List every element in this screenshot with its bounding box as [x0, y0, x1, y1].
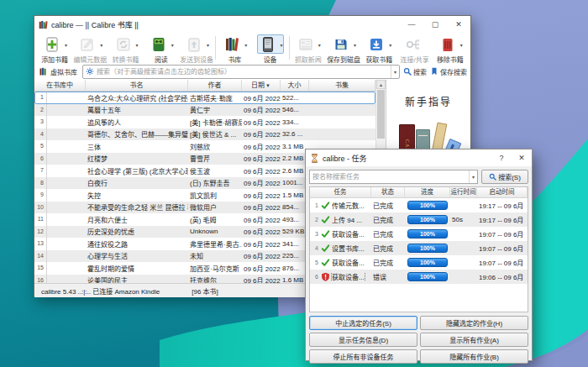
scrollbar-thumb[interactable] [377, 90, 385, 139]
remove-books-icon [439, 36, 456, 53]
header-size[interactable]: 大小 [281, 80, 309, 91]
jobs-header-runtime[interactable]: 运行时间 [450, 187, 477, 197]
toolbar-separator [215, 36, 216, 60]
jobs-search-button[interactable]: 搜索(S) [481, 170, 528, 184]
chevron-down-icon[interactable]: ▾ [318, 42, 321, 48]
job-row[interactable]: 5获取设备...已完成100%19:07 -- 09 6月 [310, 255, 528, 270]
save-search-label: 保存搜索 [440, 67, 467, 76]
chevron-down-icon[interactable]: ▾ [281, 42, 283, 48]
toolbar-label: 保存到磁盘 [327, 55, 360, 64]
toolbar-label: 阅读 [155, 55, 168, 64]
job-row[interactable]: 3获取设备...已完成100%19:07 -- 09 6月 [310, 227, 528, 241]
book-cell-author: 未知 [188, 251, 242, 260]
header-date[interactable]: 日期▼ [242, 80, 281, 91]
desktop: calibre — || Calibre 书库 || — ▢ ✕ ▾ 添加书籍 … [0, 0, 588, 367]
help-icon[interactable]: ? [491, 149, 512, 166]
add-books-icon [44, 36, 60, 53]
book-cell-title: 霍乱时期的爱情 [86, 264, 188, 273]
jobs-search-combo-arrow-icon[interactable]: ▾ [469, 170, 477, 183]
jobs-header-status[interactable]: 状态 [371, 187, 405, 197]
close-icon[interactable]: ✕ [447, 16, 470, 33]
book-row[interactable]: 3追风筝的人[美] 卡勒德·胡赛尼09 6月 2022334... [34, 116, 375, 128]
book-row[interactable]: 2萬曆十五年黄仁宇09 6月 2022546... [34, 104, 375, 117]
job-row[interactable]: 1传输元数...已完成100%19:17 -- 09 6月 [310, 198, 528, 212]
toolbar-read-book[interactable]: ▾ 阅读 [144, 34, 179, 64]
show-job-details-button[interactable]: 显示任务信息(D) [309, 333, 417, 347]
book-cell-title: 失控 [86, 191, 188, 200]
toolbar-fetch-news[interactable]: ▾ 抓取新闻 [291, 34, 326, 64]
book-cell-date: 09 6月 2022 [242, 264, 281, 273]
hide-selected-jobs-button[interactable]: 隐藏选定的作业(H) [420, 316, 528, 330]
chevron-down-icon[interactable]: ▾ [244, 42, 247, 48]
job-cell-num: 6 [310, 274, 319, 280]
book-cell-date: 09 6月 2022 [242, 178, 281, 187]
header-series[interactable]: 书集 [309, 80, 375, 91]
scroll-up-icon[interactable]: ▲ [376, 80, 386, 89]
show-all-jobs-button[interactable]: 显示所有作业(A) [420, 333, 528, 347]
jobs-header-job[interactable]: 任务 [310, 187, 371, 197]
book-cell-title: 社会心理学 (第三版) (北京大学心理... [86, 166, 188, 176]
job-name: 设置书库... [332, 244, 365, 253]
chevron-down-icon[interactable]: ▾ [460, 42, 463, 48]
chevron-down-icon[interactable]: ▾ [207, 42, 209, 48]
toolbar-remove-books[interactable]: ▾ 移除书籍 [433, 34, 468, 64]
save-search-button[interactable]: 保存搜索 [430, 67, 467, 76]
search-button[interactable]: 搜索 [403, 67, 427, 76]
connect-share-icon [404, 36, 421, 53]
job-row[interactable]: 6获取设备...错误100%19:06 -- 09 6月 [310, 270, 528, 284]
book-row[interactable]: 4哥德尔、艾舍尔、巴赫——集异璧之大...[美] 侯世达 & ...09 6月 … [34, 128, 375, 141]
toolbar-device[interactable]: ▾ 设备 [253, 34, 288, 64]
book-cell-num: 16 [34, 275, 47, 284]
header-date-label: 日期 [251, 81, 265, 89]
toolbar-convert-books[interactable]: ▾ 转换书籍 [108, 34, 144, 64]
toolbar-get-books[interactable]: ▾ 获取书籍 [361, 34, 396, 64]
gear-icon[interactable] [86, 67, 94, 76]
header-title[interactable]: 书名 [86, 80, 188, 91]
book-cell-title: 乌合之众:大众心理研究 (社会学经典名... [86, 93, 188, 102]
search-input[interactable] [97, 68, 388, 76]
job-row[interactable]: 2上传 94 ...已完成100%50s19:17 -- 09 6月 [310, 212, 528, 227]
stop-non-device-jobs-button[interactable]: 停止所有非设备任务 [309, 349, 417, 364]
toolbar-add-books[interactable]: ▾ 添加书籍 [37, 34, 72, 64]
search-row: 虚拟书库 ▾ 搜索 保存搜索 [34, 63, 470, 80]
jobs-dialog-body: ▾ 搜索(S) 任务 状态 进度 运行时间 启动时间 1传输元数...已完成10… [306, 166, 532, 367]
toolbar-label: 移除书籍 [437, 55, 464, 64]
chevron-down-icon[interactable]: ▾ [389, 42, 391, 48]
header-in-library[interactable]: 在书库中 [34, 80, 86, 91]
toolbar-send-to-device[interactable]: ▾ 发送到设备 [179, 34, 214, 64]
minimize-icon[interactable]: — [400, 16, 423, 33]
job-progress-bar: 100% [407, 215, 448, 224]
chevron-down-icon[interactable]: ▾ [100, 42, 102, 48]
chevron-down-icon[interactable]: ▾ [171, 42, 174, 48]
jobs-header-start[interactable]: 启动时间 [477, 187, 528, 197]
toolbar-save-to-disk[interactable]: ▾ 保存到磁盘 [326, 34, 361, 64]
stop-selected-jobs-button[interactable]: 中止选定的任务(S) [309, 316, 417, 330]
main-title-bar[interactable]: calibre — || Calibre 书库 || — ▢ ✕ [34, 16, 470, 33]
status-text: calibre 5.43 ..:|:.. 已连接 Amazon Kindle [41, 286, 160, 296]
book-cell-num: 13 [34, 238, 47, 250]
maximize-icon[interactable]: ▢ [423, 16, 447, 33]
close-icon[interactable]: ✕ [512, 149, 532, 166]
job-cell-name: 获取设备... [319, 272, 371, 281]
chevron-down-icon[interactable]: ▾ [136, 42, 139, 48]
header-author[interactable]: 作者 [188, 80, 242, 91]
jobs-search-input[interactable] [310, 173, 469, 181]
chevron-down-icon[interactable]: ▾ [354, 42, 356, 48]
chevron-down-icon[interactable]: ▾ [65, 42, 67, 48]
job-cell-name: 获取设备... [319, 258, 371, 267]
job-cell-num: 2 [310, 217, 319, 223]
toolbar-edit-metadata[interactable]: ▾ 编辑元数据 [72, 34, 108, 64]
toolbar-library[interactable]: ▾ 书库 [217, 34, 252, 64]
book-cell-author: 曹雪芹 [188, 154, 242, 163]
job-cell-progress: 100% [405, 229, 450, 239]
job-success-icon [321, 229, 330, 239]
virtual-library-button[interactable]: 虚拟书库 [38, 66, 79, 77]
search-combo-arrow-icon[interactable]: ▾ [391, 66, 399, 78]
hide-all-jobs-button[interactable]: 隐藏所有作业(B) [420, 349, 528, 364]
jobs-title-bar[interactable]: calibre - 任务 ? ✕ [306, 149, 532, 166]
toolbar-connect-share[interactable]: 连接/共享 [397, 34, 433, 64]
jobs-header-progress[interactable]: 进度 [405, 187, 450, 197]
book-row[interactable]: 1乌合之众:大众心理研究 (社会学经典名...古斯塔夫·勒庞09 6月 2022… [34, 92, 375, 104]
job-name: 上传 94 ... [332, 215, 362, 224]
job-row[interactable]: 4设置书库...已完成100%19:07 -- 09 6月 [310, 241, 528, 255]
